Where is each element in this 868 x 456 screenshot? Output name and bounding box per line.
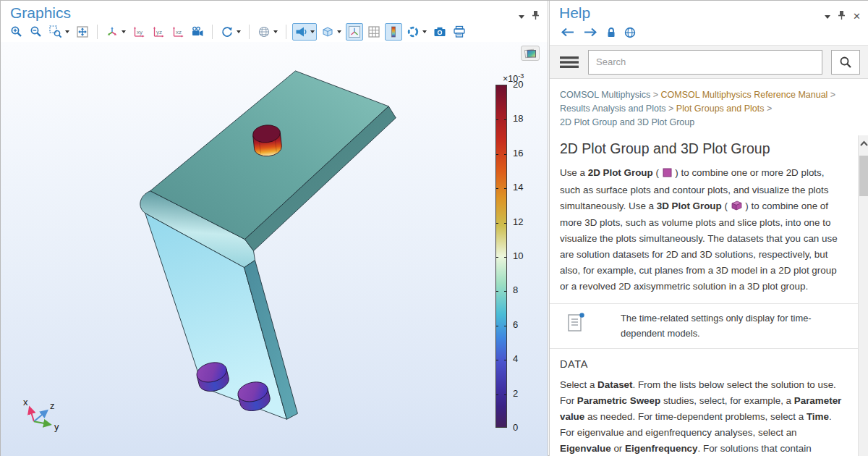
graphics-canvas[interactable]: x z y ×10-3 20181614121086420	[1, 42, 548, 456]
dropdown-caret-icon	[237, 30, 241, 33]
print-icon	[453, 25, 466, 38]
show-axis-orientation-button[interactable]	[346, 23, 363, 41]
breadcrumb-line: 2D Plot Group and 3D Plot Group	[560, 116, 846, 130]
breadcrumb-link[interactable]: Plot Groups and Plots	[676, 104, 765, 114]
show-grid-icon	[367, 25, 380, 38]
bracket-model-3d: x z y	[1, 42, 548, 455]
view-xy-icon: xy	[132, 25, 145, 38]
note-text: The time-related settings only display f…	[621, 311, 839, 341]
dropdown-caret-icon	[122, 30, 126, 33]
zoom-extents-button[interactable]	[74, 23, 91, 41]
colorbar-tick-label: 18	[513, 113, 523, 124]
colorbar-tick-mark	[504, 119, 506, 120]
toolbar-separator	[97, 25, 98, 39]
scene-light-button[interactable]	[292, 23, 317, 41]
breadcrumb-link[interactable]: 2D Plot Group and 3D Plot Group	[560, 117, 694, 127]
page-title: 2D Plot Group and 3D Plot Group	[560, 140, 846, 157]
zoom-box-icon	[49, 25, 62, 38]
colorbar-tick-label: 14	[513, 182, 523, 193]
toolbar-separator	[286, 25, 286, 39]
colorbar-tick-mark	[496, 188, 498, 189]
colorbar-tick-label: 8	[513, 284, 518, 295]
search-button[interactable]	[831, 50, 860, 75]
colorbar-tick-mark	[504, 257, 506, 258]
graphics-panel: Graphics xyyzxz	[1, 1, 548, 456]
web-button[interactable]	[624, 27, 636, 38]
colorbar-tick-mark	[496, 394, 498, 395]
plot2d-icon	[663, 166, 672, 182]
graphics-header: Graphics	[1, 1, 548, 22]
colorbar-tick-mark	[504, 223, 506, 224]
plot-thumbnails-button[interactable]	[521, 46, 540, 61]
view-yz-button[interactable]: yz	[150, 23, 167, 41]
colorbar-tick-mark	[496, 119, 498, 120]
back-button[interactable]	[560, 28, 575, 37]
zoom-box-button[interactable]	[47, 23, 72, 41]
zoom-out-button[interactable]	[27, 23, 45, 41]
colorbar-tick-label: 12	[513, 216, 523, 227]
colorbar-tick-label: 4	[513, 353, 518, 364]
perspective-camera-icon	[191, 25, 204, 38]
print-button[interactable]	[451, 23, 468, 41]
graphics-toolbar: xyyzxz	[1, 22, 548, 42]
colorbar-tick-mark	[496, 257, 498, 258]
breadcrumb-separator: >	[666, 104, 676, 114]
image-snapshot-button[interactable]	[431, 23, 448, 41]
breadcrumb-link[interactable]: COMSOL Multiphysics	[560, 90, 650, 100]
breadcrumb-link[interactable]: COMSOL Multiphysics Reference Manual	[661, 90, 828, 100]
panel-menu-caret-icon[interactable]	[519, 15, 524, 19]
pin-icon[interactable]	[838, 10, 846, 23]
show-color-legend-button[interactable]	[385, 23, 402, 41]
breadcrumb-link[interactable]: Results Analysis and Plots	[560, 104, 666, 114]
view-xz-button[interactable]: xz	[169, 23, 187, 41]
colorbar-tick-label: 2	[513, 388, 518, 399]
scrollbar-thumb[interactable]	[859, 156, 868, 196]
colorbar-tick-label: 0	[513, 422, 518, 433]
intro-paragraph: Use a 2D Plot Group ( ) to combine one o…	[560, 165, 846, 294]
breadcrumb-separator: >	[650, 90, 660, 100]
update-plot-icon	[407, 25, 420, 38]
transparency-button[interactable]	[319, 23, 344, 41]
search-input[interactable]	[588, 50, 822, 75]
plot3d-icon	[731, 200, 742, 216]
back-arrow-icon	[560, 28, 575, 37]
svg-text:xy: xy	[137, 29, 142, 35]
scroll-up-button[interactable]	[859, 135, 868, 151]
show-grid-button[interactable]	[365, 23, 383, 41]
colorbar-tick-mark	[496, 291, 498, 292]
help-window-controls: ✕	[825, 10, 861, 23]
section-heading-data: DATA	[560, 358, 846, 370]
dropdown-caret-icon	[337, 30, 341, 33]
hamburger-icon	[560, 56, 579, 69]
rotate-button[interactable]	[218, 23, 243, 41]
view-xy-button[interactable]: xy	[130, 23, 148, 41]
toc-menu-button[interactable]	[560, 56, 579, 69]
zoom-out-icon	[30, 25, 43, 38]
lock-button[interactable]	[606, 27, 616, 38]
zoom-in-button[interactable]	[8, 23, 25, 41]
axis-z-label: z	[50, 400, 54, 411]
globe-icon	[624, 27, 636, 38]
plot-thumbnail-icon	[524, 48, 537, 59]
forward-button[interactable]	[583, 28, 598, 37]
panel-menu-caret-icon[interactable]	[825, 15, 830, 19]
graphics-title: Graphics	[10, 4, 539, 22]
help-title: Help	[559, 4, 860, 22]
scene-settings-button[interactable]	[255, 23, 280, 41]
forward-arrow-icon	[583, 28, 598, 37]
color-legend: ×10-3 20181614121086420	[495, 72, 539, 84]
zoom-in-icon	[10, 25, 23, 38]
zoom-extents-icon	[76, 25, 89, 38]
close-icon[interactable]: ✕	[853, 12, 861, 21]
colorbar-tick-label: 10	[513, 250, 523, 261]
svg-text:xz: xz	[176, 29, 182, 35]
breadcrumb-separator: >	[764, 104, 772, 114]
bolt-top	[252, 124, 282, 158]
dropdown-caret-icon	[65, 30, 69, 33]
perspective-camera-button[interactable]	[189, 23, 206, 41]
go-to-default-view-button[interactable]	[103, 23, 128, 41]
update-plot-button[interactable]	[404, 23, 429, 41]
dropdown-caret-icon	[422, 30, 427, 33]
colorbar-tick-mark	[496, 223, 498, 224]
colorbar-tick-mark	[504, 360, 506, 360]
